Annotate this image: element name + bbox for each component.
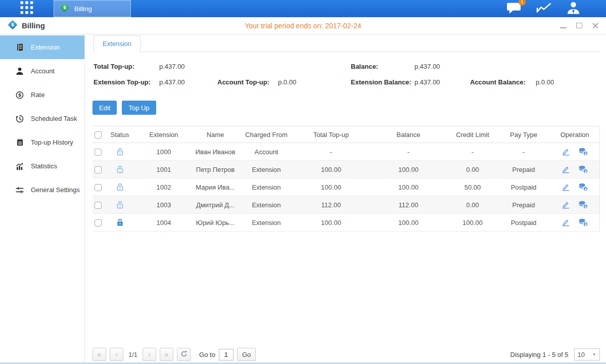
cell-balance: 112.00 — [368, 196, 448, 214]
cell-pay-type: Postpaid — [497, 214, 550, 232]
notification-badge: ! — [519, 0, 526, 6]
row-checkbox[interactable] — [95, 166, 102, 173]
sidebar-item-label: Account — [31, 67, 55, 75]
total-topup-value: p.437.00 — [159, 63, 217, 70]
billing-title-diamond-icon: $ — [7, 19, 18, 32]
sidebar-item-label: Rate — [31, 91, 44, 99]
cell-name: Мария Ива... — [192, 178, 239, 196]
sidebar-item-extension[interactable]: Extension — [0, 35, 84, 59]
table-row-1001: 1001Петр ПетровExtension100.00100.000.00… — [92, 161, 599, 178]
transfer-arrows-icon — [15, 186, 24, 194]
topup-row-icon[interactable]: $ — [578, 165, 588, 173]
window-title: Billing — [22, 21, 45, 30]
svg-text:$: $ — [584, 152, 587, 156]
topup-row-icon[interactable]: $ — [578, 201, 588, 209]
extension-topup-label: Extension Top-up: — [94, 78, 159, 86]
cell-name: Петр Петров — [192, 161, 239, 178]
sidebar-item-account[interactable]: Account — [0, 59, 84, 83]
topup-row-icon[interactable]: $ — [578, 183, 588, 191]
unlocked-icon[interactable] — [116, 147, 124, 156]
select-all-checkbox[interactable] — [95, 131, 102, 139]
column-header-charged-from: Charged From — [239, 126, 294, 143]
notebook-icon — [15, 139, 24, 146]
next-page-button[interactable]: › — [143, 348, 156, 361]
sidebar-item-scheduled-task[interactable]: Scheduled Task — [0, 107, 84, 130]
cell-credit-limit: 100.00 — [448, 214, 497, 232]
cell-balance: - — [368, 143, 448, 161]
column-header-total-top-up: Total Top-up — [294, 126, 368, 143]
refresh-button[interactable] — [177, 348, 191, 361]
cell-pay-type: - — [497, 143, 550, 161]
table-row-1002: 1002Мария Ива...Extension100.00100.0050.… — [92, 178, 599, 196]
first-page-button[interactable]: « — [92, 348, 106, 361]
billing-diamond-icon: $ — [59, 2, 70, 15]
cell-extension: 1000 — [136, 143, 192, 161]
page-size-value: 10 — [578, 351, 585, 358]
billing-app-window: $ Billing ! — [0, 0, 606, 364]
column-header-name: Name — [192, 126, 239, 143]
topup-row-icon[interactable]: $ — [578, 148, 588, 156]
extension-balance-value: p.437.00 — [414, 78, 470, 86]
row-checkbox[interactable] — [95, 202, 102, 209]
row-checkbox[interactable] — [95, 184, 102, 191]
topup-row-icon[interactable]: $ — [578, 218, 588, 226]
page-size-select[interactable]: 10 ▼ — [574, 348, 600, 360]
sidebar-item-topup-history[interactable]: Top-up History — [0, 130, 84, 154]
page-indicator: 1/1 — [128, 351, 137, 358]
last-page-button[interactable]: » — [160, 348, 173, 361]
column-header-status: Status — [104, 126, 136, 143]
cell-credit-limit: 0.00 — [448, 161, 497, 178]
go-button[interactable]: Go — [237, 348, 256, 361]
sidebar-item-label: Extension — [31, 43, 60, 51]
goto-page-input[interactable] — [219, 349, 234, 360]
prev-page-button[interactable]: ‹ — [110, 348, 123, 361]
toolbar: Edit Top Up — [92, 101, 600, 115]
extension-topup-value: p.437.00 — [159, 78, 217, 86]
cell-name: Дмитрий Д... — [192, 196, 239, 214]
apps-grid-button[interactable] — [0, 0, 54, 17]
cell-extension: 1003 — [136, 196, 192, 214]
edit-row-icon[interactable] — [562, 148, 570, 156]
billing-app-tab[interactable]: $ Billing — [54, 0, 131, 17]
edit-row-icon[interactable] — [562, 165, 570, 173]
account-topup-label: Account Top-up: — [217, 78, 278, 86]
bar-chart-icon — [15, 162, 24, 170]
cell-pay-type: Prepaid — [497, 161, 550, 178]
messages-button[interactable]: ! — [506, 1, 522, 16]
user-account-button[interactable] — [566, 1, 581, 17]
row-checkbox[interactable] — [95, 219, 102, 226]
top-up-button[interactable]: Top Up — [122, 101, 156, 115]
goto-label: Go to — [199, 351, 215, 358]
sidebar-item-general-settings[interactable]: General Settings — [0, 178, 84, 202]
tab-extension[interactable]: Extension — [94, 35, 141, 52]
sidebar-item-label: Scheduled Task — [31, 115, 77, 122]
extensions-table-wrap: StatusExtensionNameCharged FromTotal Top… — [92, 126, 600, 232]
row-checkbox[interactable] — [95, 149, 102, 156]
unlocked-icon[interactable] — [116, 165, 124, 174]
maximize-icon[interactable] — [576, 22, 583, 29]
close-icon[interactable] — [592, 22, 599, 29]
main-content: Extension Total Top-up: p.437.00 Balance… — [85, 34, 606, 364]
unlocked-icon[interactable] — [116, 200, 124, 209]
cell-pay-type: Prepaid — [497, 196, 550, 214]
displaying-text: Displaying 1 - 5 of 5 — [510, 351, 569, 358]
cell-charged-from: Extension — [239, 196, 294, 214]
edit-button[interactable]: Edit — [92, 101, 117, 115]
sidebar-item-rate[interactable]: $Rate — [0, 83, 84, 107]
extension-balance-label: Extension Balance: — [351, 78, 414, 86]
unlocked-icon[interactable] — [116, 183, 124, 192]
edit-row-icon[interactable] — [562, 218, 570, 226]
window-controls — [560, 22, 599, 29]
tab-bar: Extension — [92, 35, 600, 52]
cell-credit-limit: 0.00 — [448, 196, 497, 214]
edit-row-icon[interactable] — [562, 201, 570, 209]
locked-icon[interactable] — [116, 218, 124, 227]
statistics-button[interactable] — [536, 2, 552, 16]
minimize-icon[interactable] — [560, 22, 567, 29]
column-header-balance: Balance — [368, 126, 448, 143]
account-topup-value: p.0.00 — [278, 78, 351, 86]
sidebar-item-statistics[interactable]: Statistics — [0, 154, 84, 178]
window-title-group: $ Billing — [7, 19, 45, 32]
edit-row-icon[interactable] — [562, 183, 570, 191]
cell-total-topup: 100.00 — [294, 214, 368, 232]
